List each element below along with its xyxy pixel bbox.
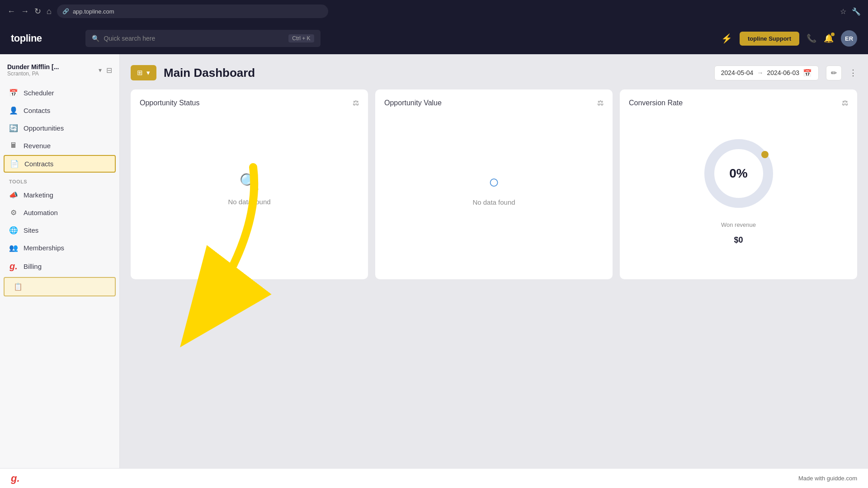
layout-toggle-icon[interactable]: ⊟ (106, 66, 112, 75)
dashboard-view-icon: ⊞ (137, 69, 143, 77)
empty-magnify-icon: ○ (488, 172, 499, 192)
empty-search-icon: 🔍 (239, 173, 259, 192)
opportunity-status-card: Opportunity Status ⚖ 🔍 No data found (131, 89, 368, 279)
sidebar-item-contacts[interactable]: 👤 Contacts (0, 102, 119, 119)
filter-icon-conversion-rate[interactable]: ⚖ (842, 99, 848, 107)
url-text: app.topline.com (73, 8, 114, 15)
empty-text-opportunity-value: No data found (472, 198, 515, 206)
card-empty-opportunity-status: 🔍 No data found (140, 114, 359, 263)
card-header-opportunity-value: Opportunity Value ⚖ (384, 99, 604, 107)
calendar-picker-icon: 📅 (803, 69, 812, 77)
workspace-chevron-icon: ▾ (99, 66, 102, 74)
avatar[interactable]: ER (841, 30, 857, 47)
card-header-conversion-rate: Conversion Rate ⚖ (629, 99, 848, 107)
sites-icon: 🌐 (9, 226, 18, 235)
card-empty-opportunity-value: ○ No data found (384, 114, 604, 263)
sidebar-label-opportunities: Opportunities (24, 124, 64, 132)
app-header: topline 🔍 Quick search here Ctrl + K ⚡ t… (0, 23, 868, 54)
automation-icon: ⚙ (9, 208, 18, 217)
date-range-picker[interactable]: 2024-05-04 → 2024-06-03 📅 (714, 66, 819, 80)
sidebar-item-automation[interactable]: ⚙ Automation (0, 204, 119, 221)
sidebar-item-revenue[interactable]: 🖩 Revenue (0, 137, 119, 154)
bookmark-icon[interactable]: ☆ (840, 7, 846, 16)
donut-chart: 0% (698, 133, 779, 214)
search-icon: 🔍 (92, 35, 99, 42)
sidebar-label-billing: Billing (24, 263, 42, 270)
browser-chrome: ← → ↻ ⌂ 🔗 app.topline.com ☆ 🔧 (0, 0, 868, 23)
svg-point-1 (761, 151, 769, 158)
revenue-icon: 🖩 (9, 141, 18, 150)
contact-icon: 👤 (9, 106, 18, 115)
donut-center-percentage: 0% (729, 166, 747, 181)
sidebar-item-partial[interactable]: 📋 (4, 277, 116, 296)
sidebar-item-contracts[interactable]: 📄 Contracts (4, 155, 116, 173)
partial-icon: 📋 (14, 282, 23, 291)
filter-icon-opportunity-status[interactable]: ⚖ (353, 99, 359, 107)
guidde-g-icon: g. (11, 473, 20, 484)
card-title-opportunity-value: Opportunity Value (384, 99, 442, 107)
marketing-icon: 📣 (9, 191, 18, 199)
main-layout: Dunder Mifflin [... Scranton, PA ▾ ⊟ 📅 S… (0, 54, 868, 468)
card-header-opportunity-status: Opportunity Status ⚖ (140, 99, 359, 107)
dashboard-title: Main Dashboard (164, 66, 255, 80)
browser-home-button[interactable]: ⌂ (47, 7, 52, 15)
search-bar[interactable]: 🔍 Quick search here Ctrl + K (85, 30, 321, 47)
donut-chart-container: 0% Won revenue $0 (629, 114, 848, 263)
sidebar-item-memberships[interactable]: 👥 Memberships (0, 239, 119, 257)
sidebar-item-opportunities[interactable]: 🔄 Opportunities (0, 119, 119, 137)
dashboard-view-chevron: ▾ (146, 69, 150, 77)
workspace-info: Dunder Mifflin [... Scranton, PA (7, 63, 94, 77)
dashboard-cards: Opportunity Status ⚖ 🔍 No data found Opp… (131, 89, 857, 279)
phone-icon[interactable]: 📞 (807, 33, 816, 43)
sidebar-item-sites[interactable]: 🌐 Sites (0, 221, 119, 239)
favicon-icon: 🔗 (62, 8, 69, 14)
date-end: 2024-06-03 (767, 69, 799, 76)
edit-dashboard-button[interactable]: ✏ (826, 66, 842, 80)
sidebar-label-revenue: Revenue (24, 142, 51, 150)
conversion-rate-card: Conversion Rate ⚖ 0% (620, 89, 857, 279)
guidde-logo: g. (11, 473, 20, 484)
content-area: ⊞ ▾ Main Dashboard 2024-05-04 → 2024-06-… (120, 54, 868, 468)
filter-icon-opportunity-value[interactable]: ⚖ (597, 99, 604, 107)
contracts-icon: 📄 (10, 160, 19, 168)
won-revenue-value: $0 (734, 235, 743, 245)
more-options-button[interactable]: ⋮ (849, 68, 857, 78)
extension-icon[interactable]: 🔧 (852, 7, 861, 16)
date-start: 2024-05-04 (721, 69, 754, 76)
sidebar-label-contacts: Contacts (24, 107, 50, 114)
sidebar-label-sites: Sites (24, 226, 38, 234)
lightning-icon[interactable]: ⚡ (721, 33, 732, 44)
header-actions: ⚡ topline Support 📞 🔔 ER (721, 30, 857, 47)
sidebar-label-scheduler: Scheduler (24, 89, 54, 97)
dashboard-view-button[interactable]: ⊞ ▾ (131, 65, 156, 80)
billing-icon: g. (9, 261, 18, 272)
browser-back-button[interactable]: ← (7, 7, 15, 15)
dashboard-header: ⊞ ▾ Main Dashboard 2024-05-04 → 2024-06-… (131, 65, 857, 80)
workspace-name: Dunder Mifflin [... (7, 63, 94, 70)
browser-refresh-button[interactable]: ↻ (34, 7, 41, 15)
empty-text-opportunity-status: No data found (228, 198, 270, 206)
app-logo[interactable]: topline (11, 33, 42, 44)
workspace-selector[interactable]: Dunder Mifflin [... Scranton, PA ▾ ⊟ (0, 60, 119, 84)
support-button[interactable]: topline Support (740, 32, 799, 46)
browser-url-bar[interactable]: 🔗 app.topline.com (57, 5, 328, 18)
guidde-tagline: Made with guidde.com (798, 475, 857, 482)
opportunity-value-card: Opportunity Value ⚖ ○ No data found (375, 89, 613, 279)
sidebar-item-scheduler[interactable]: 📅 Scheduler (0, 84, 119, 102)
sidebar-item-marketing[interactable]: 📣 Marketing (0, 186, 119, 204)
workspace-location: Scranton, PA (7, 70, 94, 77)
notification-bell-icon[interactable]: 🔔 (824, 33, 834, 43)
tools-section-label: Tools (0, 174, 119, 186)
notification-dot (831, 33, 835, 36)
sidebar-label-marketing: Marketing (24, 191, 53, 199)
sidebar-label-contracts: Contracts (24, 160, 53, 168)
calendar-icon: 📅 (9, 89, 18, 97)
sidebar: Dunder Mifflin [... Scranton, PA ▾ ⊟ 📅 S… (0, 54, 120, 468)
guidde-footer: g. Made with guidde.com (0, 468, 868, 488)
card-title-conversion-rate: Conversion Rate (629, 99, 683, 107)
won-revenue-label: Won revenue (721, 221, 756, 228)
memberships-icon: 👥 (9, 244, 18, 252)
sidebar-item-billing[interactable]: g. Billing (0, 257, 119, 276)
search-shortcut: Ctrl + K (288, 34, 314, 42)
browser-forward-button[interactable]: → (21, 7, 29, 15)
